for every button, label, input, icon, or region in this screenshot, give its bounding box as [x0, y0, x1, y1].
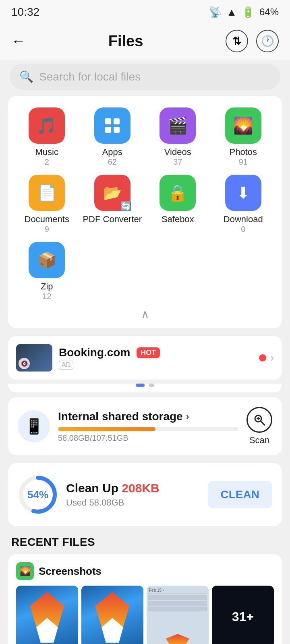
svg-rect-2 — [105, 127, 111, 133]
wifi-icon: ▲ — [226, 6, 237, 19]
ad-dots — [8, 384, 282, 392]
documents-icon: 📄 — [29, 175, 65, 211]
scan-icon — [246, 407, 272, 433]
recent-thumbnails-grid: Feb 15 › 31+ — [16, 586, 274, 644]
videos-icon: 🎬 — [160, 107, 196, 144]
collapse-icon: ∧ — [141, 308, 149, 321]
storage-card: 📱 Internal shared storage › 58.08GB/107.… — [8, 397, 282, 455]
category-safebox[interactable]: 🔒 Safebox — [147, 175, 209, 234]
zip-label: Zip — [41, 281, 53, 292]
categories-grid: 🎵 Music 2 Apps 62 🎬 Videos 37 — [16, 107, 274, 301]
apps-label: Apps — [102, 147, 122, 157]
ad-mute-icon: 🔇 — [19, 358, 30, 369]
more-overlay: 31+ — [212, 586, 274, 644]
cleanup-title: Clean Up 208KB — [66, 481, 200, 495]
back-button[interactable]: ← — [11, 33, 26, 50]
music-count: 2 — [45, 157, 49, 167]
safebox-icon: 🔒 — [160, 175, 196, 211]
download-count: 0 — [241, 225, 245, 234]
photos-count: 91 — [239, 157, 248, 167]
sort-button[interactable]: ⇅ — [226, 30, 248, 52]
dot-2 — [149, 384, 154, 387]
ad-dot-red — [259, 354, 266, 361]
storage-chevron-icon: › — [186, 411, 189, 422]
cleanup-used: Used 58.08GB — [66, 497, 200, 508]
screenshots-folder-icon: 🌄 — [16, 562, 34, 580]
history-button[interactable]: 🕐 — [256, 30, 279, 52]
toolbar-icons: ⇅ 🕐 — [226, 30, 279, 52]
download-icon: ⬇ — [225, 175, 261, 211]
scan-button[interactable]: Scan — [246, 407, 272, 446]
phone-storage-icon: 📱 — [25, 417, 44, 435]
safebox-label: Safebox — [162, 214, 194, 225]
page-title: Files — [108, 33, 143, 50]
thumbnail-3[interactable]: Feb 15 › — [147, 586, 209, 644]
svg-line-5 — [261, 421, 265, 425]
zip-icon: 📦 — [29, 242, 65, 278]
status-icons: 📡 ▲ 🔋 64% — [209, 6, 279, 19]
search-input-placeholder[interactable]: Search for local files — [39, 70, 141, 83]
storage-info[interactable]: Internal shared storage › 58.08GB/107.51… — [58, 410, 238, 443]
ad-hot-badge: HOT — [137, 347, 160, 358]
videos-count: 37 — [173, 157, 182, 167]
ad-nav: › — [259, 351, 274, 364]
cleanup-progress-circle: 54% — [18, 475, 58, 515]
battery-text: 64% — [259, 6, 279, 18]
storage-icon-wrap: 📱 — [18, 410, 50, 442]
search-icon: 🔍 — [19, 70, 33, 83]
zip-count: 12 — [42, 292, 51, 301]
ad-brand: Booking.com — [59, 346, 130, 359]
category-photos[interactable]: 🌄 Photos 91 — [213, 107, 274, 167]
clock-icon: 🕐 — [261, 35, 274, 47]
music-label: Music — [35, 147, 58, 157]
recent-folder-label[interactable]: 🌄 Screenshots — [16, 562, 274, 580]
svg-rect-1 — [114, 118, 120, 124]
storage-size: 58.08GB/107.51GB — [58, 433, 128, 442]
cleanup-card: 54% Clean Up 208KB Used 58.08GB CLEAN — [8, 463, 282, 526]
thumbnail-1[interactable] — [16, 586, 78, 644]
ad-label: AD — [59, 361, 73, 369]
category-download[interactable]: ⬇ Download 0 — [213, 175, 274, 234]
category-music[interactable]: 🎵 Music 2 — [16, 107, 78, 167]
screenshots-folder-name: Screenshots — [39, 565, 102, 578]
status-time: 10:32 — [11, 6, 39, 19]
status-bar: 10:32 📡 ▲ 🔋 64% — [0, 0, 290, 23]
ad-banner[interactable]: 🔇 Booking.com HOT AD › — [8, 336, 282, 380]
storage-title[interactable]: Internal shared storage › — [58, 410, 238, 423]
pdf-label: PDF Converter — [83, 214, 142, 225]
category-documents[interactable]: 📄 Documents 9 — [16, 175, 78, 234]
recent-files-card: 🌄 Screenshots Feb 15 › — [8, 554, 282, 644]
category-apps[interactable]: Apps 62 — [82, 107, 143, 167]
documents-label: Documents — [25, 214, 69, 225]
pdf-icon: 📂 🔄 — [94, 175, 130, 211]
cleanup-percent: 54% — [27, 489, 48, 501]
cleanup-info: Clean Up 208KB Used 58.08GB — [66, 481, 200, 508]
download-label: Download — [224, 214, 263, 225]
sort-icon: ⇅ — [232, 35, 241, 47]
videos-label: Videos — [164, 147, 191, 157]
category-zip[interactable]: 📦 Zip 12 — [16, 242, 78, 301]
top-bar: ← Files ⇅ 🕐 — [0, 23, 290, 60]
clean-button[interactable]: CLEAN — [208, 481, 272, 508]
svg-rect-3 — [114, 127, 120, 133]
more-count: 31+ — [232, 609, 254, 624]
search-bar-wrapper: 🔍 Search for local files — [0, 60, 290, 96]
photos-icon: 🌄 — [225, 107, 261, 144]
music-icon: 🎵 — [29, 107, 65, 144]
category-pdf[interactable]: 📂 🔄 PDF Converter — [82, 175, 143, 234]
category-videos[interactable]: 🎬 Videos 37 — [147, 107, 209, 167]
scan-label: Scan — [249, 435, 269, 446]
apps-icon — [94, 107, 130, 144]
thumbnail-2[interactable] — [81, 586, 143, 644]
photos-label: Photos — [230, 147, 257, 157]
battery-icon: 🔋 — [242, 6, 255, 19]
documents-count: 9 — [45, 225, 49, 234]
search-bar[interactable]: 🔍 Search for local files — [10, 64, 280, 90]
ad-chevron-icon[interactable]: › — [270, 351, 274, 364]
collapse-button[interactable]: ∧ — [16, 308, 274, 321]
recent-files-section-title: RECENT FILES — [0, 536, 290, 554]
apps-count: 62 — [108, 157, 117, 167]
ad-thumbnail: 🔇 — [16, 344, 52, 372]
dot-1 — [136, 384, 145, 387]
thumbnail-more[interactable]: 31+ — [212, 586, 274, 644]
